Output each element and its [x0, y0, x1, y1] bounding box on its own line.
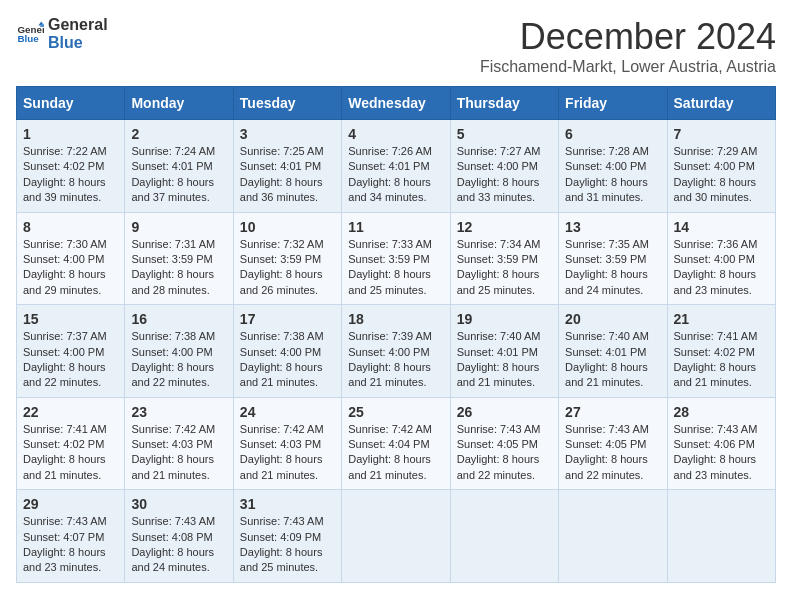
header-sunday: Sunday [17, 87, 125, 120]
day-number: 9 [131, 219, 226, 235]
week-row-4: 22 Sunrise: 7:41 AM Sunset: 4:02 PM Dayl… [17, 397, 776, 490]
day-info: Sunrise: 7:25 AM Sunset: 4:01 PM Dayligh… [240, 144, 335, 206]
day-cell: 6 Sunrise: 7:28 AM Sunset: 4:00 PM Dayli… [559, 120, 667, 213]
day-info: Sunrise: 7:41 AM Sunset: 4:02 PM Dayligh… [674, 329, 769, 391]
day-cell: 3 Sunrise: 7:25 AM Sunset: 4:01 PM Dayli… [233, 120, 341, 213]
day-number: 14 [674, 219, 769, 235]
day-cell: 23 Sunrise: 7:42 AM Sunset: 4:03 PM Dayl… [125, 397, 233, 490]
day-info: Sunrise: 7:40 AM Sunset: 4:01 PM Dayligh… [565, 329, 660, 391]
day-cell: 15 Sunrise: 7:37 AM Sunset: 4:00 PM Dayl… [17, 305, 125, 398]
day-cell: 4 Sunrise: 7:26 AM Sunset: 4:01 PM Dayli… [342, 120, 450, 213]
day-cell: 17 Sunrise: 7:38 AM Sunset: 4:00 PM Dayl… [233, 305, 341, 398]
day-cell: 20 Sunrise: 7:40 AM Sunset: 4:01 PM Dayl… [559, 305, 667, 398]
day-cell: 30 Sunrise: 7:43 AM Sunset: 4:08 PM Dayl… [125, 490, 233, 583]
day-info: Sunrise: 7:42 AM Sunset: 4:03 PM Dayligh… [131, 422, 226, 484]
day-cell: 26 Sunrise: 7:43 AM Sunset: 4:05 PM Dayl… [450, 397, 558, 490]
day-info: Sunrise: 7:26 AM Sunset: 4:01 PM Dayligh… [348, 144, 443, 206]
day-cell: 28 Sunrise: 7:43 AM Sunset: 4:06 PM Dayl… [667, 397, 775, 490]
day-info: Sunrise: 7:42 AM Sunset: 4:03 PM Dayligh… [240, 422, 335, 484]
day-number: 12 [457, 219, 552, 235]
month-title: December 2024 [480, 16, 776, 58]
day-number: 11 [348, 219, 443, 235]
day-cell: 27 Sunrise: 7:43 AM Sunset: 4:05 PM Dayl… [559, 397, 667, 490]
header-thursday: Thursday [450, 87, 558, 120]
day-info: Sunrise: 7:38 AM Sunset: 4:00 PM Dayligh… [240, 329, 335, 391]
header-friday: Friday [559, 87, 667, 120]
day-info: Sunrise: 7:37 AM Sunset: 4:00 PM Dayligh… [23, 329, 118, 391]
day-number: 30 [131, 496, 226, 512]
day-info: Sunrise: 7:27 AM Sunset: 4:00 PM Dayligh… [457, 144, 552, 206]
day-number: 1 [23, 126, 118, 142]
logo-line2: Blue [48, 34, 108, 52]
calendar-table: SundayMondayTuesdayWednesdayThursdayFrid… [16, 86, 776, 583]
day-info: Sunrise: 7:43 AM Sunset: 4:05 PM Dayligh… [565, 422, 660, 484]
day-number: 27 [565, 404, 660, 420]
day-number: 15 [23, 311, 118, 327]
day-cell: 18 Sunrise: 7:39 AM Sunset: 4:00 PM Dayl… [342, 305, 450, 398]
day-cell: 31 Sunrise: 7:43 AM Sunset: 4:09 PM Dayl… [233, 490, 341, 583]
day-info: Sunrise: 7:39 AM Sunset: 4:00 PM Dayligh… [348, 329, 443, 391]
day-cell: 14 Sunrise: 7:36 AM Sunset: 4:00 PM Dayl… [667, 212, 775, 305]
day-cell: 2 Sunrise: 7:24 AM Sunset: 4:01 PM Dayli… [125, 120, 233, 213]
day-cell: 24 Sunrise: 7:42 AM Sunset: 4:03 PM Dayl… [233, 397, 341, 490]
day-cell: 16 Sunrise: 7:38 AM Sunset: 4:00 PM Dayl… [125, 305, 233, 398]
day-info: Sunrise: 7:33 AM Sunset: 3:59 PM Dayligh… [348, 237, 443, 299]
day-info: Sunrise: 7:42 AM Sunset: 4:04 PM Dayligh… [348, 422, 443, 484]
day-number: 25 [348, 404, 443, 420]
day-info: Sunrise: 7:32 AM Sunset: 3:59 PM Dayligh… [240, 237, 335, 299]
day-cell: 19 Sunrise: 7:40 AM Sunset: 4:01 PM Dayl… [450, 305, 558, 398]
day-info: Sunrise: 7:43 AM Sunset: 4:08 PM Dayligh… [131, 514, 226, 576]
svg-text:Blue: Blue [17, 33, 39, 44]
day-number: 6 [565, 126, 660, 142]
logo-line1: General [48, 16, 108, 34]
day-info: Sunrise: 7:43 AM Sunset: 4:07 PM Dayligh… [23, 514, 118, 576]
header-wednesday: Wednesday [342, 87, 450, 120]
day-cell: 9 Sunrise: 7:31 AM Sunset: 3:59 PM Dayli… [125, 212, 233, 305]
day-number: 28 [674, 404, 769, 420]
day-cell: 21 Sunrise: 7:41 AM Sunset: 4:02 PM Dayl… [667, 305, 775, 398]
header-saturday: Saturday [667, 87, 775, 120]
day-number: 18 [348, 311, 443, 327]
day-number: 5 [457, 126, 552, 142]
day-info: Sunrise: 7:24 AM Sunset: 4:01 PM Dayligh… [131, 144, 226, 206]
day-info: Sunrise: 7:22 AM Sunset: 4:02 PM Dayligh… [23, 144, 118, 206]
day-info: Sunrise: 7:36 AM Sunset: 4:00 PM Dayligh… [674, 237, 769, 299]
day-cell: 1 Sunrise: 7:22 AM Sunset: 4:02 PM Dayli… [17, 120, 125, 213]
header-row: SundayMondayTuesdayWednesdayThursdayFrid… [17, 87, 776, 120]
day-cell: 22 Sunrise: 7:41 AM Sunset: 4:02 PM Dayl… [17, 397, 125, 490]
week-row-3: 15 Sunrise: 7:37 AM Sunset: 4:00 PM Dayl… [17, 305, 776, 398]
day-cell: 12 Sunrise: 7:34 AM Sunset: 3:59 PM Dayl… [450, 212, 558, 305]
day-info: Sunrise: 7:41 AM Sunset: 4:02 PM Dayligh… [23, 422, 118, 484]
day-cell [667, 490, 775, 583]
day-cell: 29 Sunrise: 7:43 AM Sunset: 4:07 PM Dayl… [17, 490, 125, 583]
day-number: 8 [23, 219, 118, 235]
week-row-1: 1 Sunrise: 7:22 AM Sunset: 4:02 PM Dayli… [17, 120, 776, 213]
day-info: Sunrise: 7:43 AM Sunset: 4:05 PM Dayligh… [457, 422, 552, 484]
day-cell: 10 Sunrise: 7:32 AM Sunset: 3:59 PM Dayl… [233, 212, 341, 305]
day-number: 4 [348, 126, 443, 142]
day-number: 29 [23, 496, 118, 512]
logo: General Blue General Blue [16, 16, 108, 51]
day-number: 22 [23, 404, 118, 420]
day-number: 2 [131, 126, 226, 142]
day-info: Sunrise: 7:43 AM Sunset: 4:09 PM Dayligh… [240, 514, 335, 576]
day-info: Sunrise: 7:43 AM Sunset: 4:06 PM Dayligh… [674, 422, 769, 484]
day-number: 16 [131, 311, 226, 327]
location-subtitle: Fischamend-Markt, Lower Austria, Austria [480, 58, 776, 76]
day-info: Sunrise: 7:35 AM Sunset: 3:59 PM Dayligh… [565, 237, 660, 299]
day-number: 10 [240, 219, 335, 235]
day-info: Sunrise: 7:29 AM Sunset: 4:00 PM Dayligh… [674, 144, 769, 206]
day-number: 23 [131, 404, 226, 420]
day-cell: 13 Sunrise: 7:35 AM Sunset: 3:59 PM Dayl… [559, 212, 667, 305]
week-row-5: 29 Sunrise: 7:43 AM Sunset: 4:07 PM Dayl… [17, 490, 776, 583]
day-info: Sunrise: 7:40 AM Sunset: 4:01 PM Dayligh… [457, 329, 552, 391]
day-number: 3 [240, 126, 335, 142]
day-number: 17 [240, 311, 335, 327]
day-info: Sunrise: 7:38 AM Sunset: 4:00 PM Dayligh… [131, 329, 226, 391]
day-cell: 11 Sunrise: 7:33 AM Sunset: 3:59 PM Dayl… [342, 212, 450, 305]
day-cell [450, 490, 558, 583]
day-number: 7 [674, 126, 769, 142]
header-monday: Monday [125, 87, 233, 120]
day-cell [559, 490, 667, 583]
day-info: Sunrise: 7:28 AM Sunset: 4:00 PM Dayligh… [565, 144, 660, 206]
